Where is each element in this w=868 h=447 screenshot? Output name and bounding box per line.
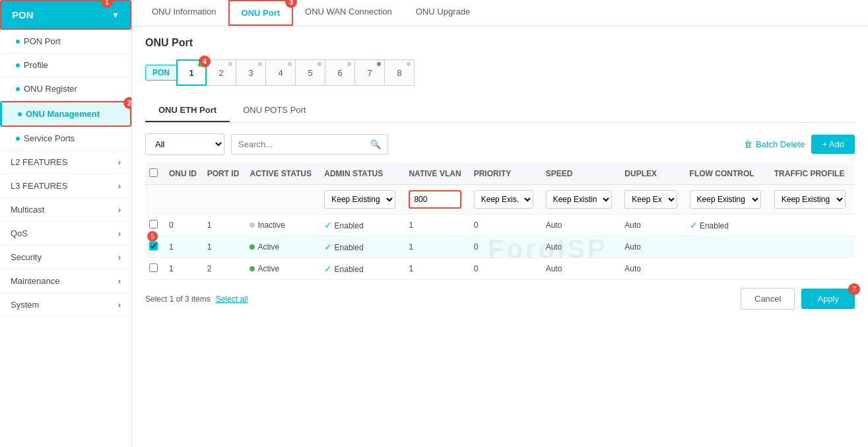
cell-priority: 0	[470, 258, 542, 280]
sidebar-item-profile[interactable]: Profile	[0, 53, 131, 77]
port-box-7[interactable]: 7	[354, 59, 385, 86]
port-box-2[interactable]: 2	[206, 59, 236, 86]
dot-icon	[16, 87, 20, 91]
add-label: + Add	[822, 139, 844, 149]
tab-onu-upgrade[interactable]: ONU Upgrade	[404, 0, 482, 26]
cell-admin-status: ✓ Enabled	[320, 236, 405, 258]
cell-active-status: Active	[246, 258, 320, 280]
sidebar-section-maintenance[interactable]: Maintenance ›	[0, 269, 131, 293]
port-dot-icon	[198, 63, 202, 67]
row-checkbox-1[interactable]	[149, 242, 158, 250]
cell-port-id: 1	[203, 215, 246, 236]
status-dot-icon	[250, 244, 255, 250]
cell-onu-id: 0	[165, 215, 203, 236]
data-table: ONU ID PORT ID ACTIVE STATUS ADMIN STATU…	[145, 163, 855, 280]
cell-priority: 0	[470, 215, 542, 236]
sidebar-item-onu-register[interactable]: ONU Register	[0, 77, 131, 101]
table-toolbar: All 🔍 🗑 Batch Delete + Add	[145, 133, 855, 155]
port-dot-icon	[228, 62, 232, 66]
batch-admin-status-select[interactable]: Keep Existing	[324, 190, 395, 209]
port-box-1[interactable]: 4 1	[176, 59, 207, 86]
page-title: ONU Port	[145, 37, 855, 49]
select-all-checkbox[interactable]	[149, 168, 158, 177]
subtab-eth-port[interactable]: ONU ETH Port	[145, 99, 230, 122]
table-footer: Select 1 of 3 items Select all Cancel 7 …	[145, 280, 855, 310]
select-count: Select 1 of 3 items	[145, 294, 211, 304]
sidebar-section-system[interactable]: System ›	[0, 293, 131, 317]
sidebar-item-label: Service Ports	[24, 133, 75, 143]
batch-traffic-profile-select[interactable]: Keep Existing	[774, 190, 846, 209]
col-speed: SPEED	[542, 163, 621, 185]
tab-label: ONU Information	[152, 7, 217, 17]
cell-active-status: Inactive	[246, 215, 320, 236]
batch-priority-select[interactable]: Keep Exis...	[474, 190, 533, 209]
row-checkbox-0[interactable]	[149, 220, 158, 228]
col-active-status: ACTIVE STATUS	[246, 163, 320, 185]
port-box-3[interactable]: 3	[236, 59, 266, 86]
cell-active-status: Active	[246, 236, 320, 258]
row-checkbox-2[interactable]	[149, 263, 158, 272]
sidebar-item-onu-management[interactable]: 2 ONU Management	[0, 101, 131, 127]
port-number: 7	[367, 68, 372, 78]
sidebar-section-l3[interactable]: L3 FEATURES ›	[0, 174, 131, 198]
security-chevron-icon: ›	[118, 252, 121, 262]
tab-onu-information[interactable]: ONU Information	[140, 0, 228, 26]
search-input[interactable]	[232, 135, 364, 154]
sidebar-pon-header[interactable]: PON 1 ▼	[0, 0, 131, 30]
batch-native-vlan-input[interactable]	[409, 190, 461, 209]
select-all-link[interactable]: Select all	[216, 294, 248, 304]
port-number: 8	[397, 68, 401, 78]
batch-duplex-select[interactable]: Keep Ex...	[624, 190, 677, 209]
check-icon: ✓	[690, 220, 698, 230]
sidebar-section-qos[interactable]: QoS ›	[0, 222, 131, 246]
check-icon: ✓	[324, 263, 332, 274]
filter-select[interactable]: All	[145, 133, 224, 155]
sidebar-item-pon-port[interactable]: PON Port	[0, 30, 131, 53]
apply-label: Apply	[817, 294, 839, 304]
port-box-5[interactable]: 5	[295, 59, 325, 86]
cell-speed: Auto	[542, 236, 621, 258]
cell-flow-control: ✓ Enabled	[686, 215, 770, 236]
trash-icon: 🗑	[744, 139, 752, 149]
batch-speed-select[interactable]: Keep Existin...	[546, 190, 612, 209]
sidebar-section-multicast[interactable]: Multicast ›	[0, 198, 131, 222]
table-row: 5 1 1 Active ✓ Enabled 1 0 Auto Auto	[145, 236, 855, 258]
cancel-button[interactable]: Cancel	[741, 288, 795, 310]
port-box-8[interactable]: 8	[384, 59, 415, 86]
sidebar-section-security[interactable]: Security ›	[0, 246, 131, 269]
batch-delete-button[interactable]: 🗑 Batch Delete	[744, 139, 805, 149]
cell-flow-control	[686, 236, 770, 258]
sidebar-item-label: PON Port	[24, 36, 61, 46]
cell-traffic-profile	[770, 215, 855, 236]
apply-button[interactable]: 7 Apply	[801, 289, 855, 309]
cell-port-id: 1	[203, 236, 246, 258]
port-box-4[interactable]: 4	[265, 59, 296, 86]
subtab-pots-port[interactable]: ONU POTS Port	[230, 99, 319, 122]
pon-label: PON	[145, 65, 177, 81]
port-box-6[interactable]: 6	[325, 59, 355, 86]
tab-onu-port[interactable]: 3 ONU Port	[228, 0, 294, 26]
add-button[interactable]: + Add	[811, 135, 855, 154]
sidebar-section-label: L2 FEATURES	[11, 157, 67, 167]
port-dot-icon	[317, 62, 321, 66]
sub-tabs: ONU ETH Port ONU POTS Port	[145, 99, 855, 123]
sidebar-item-service-ports[interactable]: Service Ports	[0, 127, 131, 151]
badge-1: 1	[101, 0, 113, 8]
l3-chevron-icon: ›	[118, 181, 121, 191]
col-onu-id: ONU ID	[165, 163, 203, 185]
cell-duplex: Auto	[620, 258, 685, 280]
cell-duplex: Auto	[620, 215, 685, 236]
cell-duplex: Auto	[620, 236, 685, 258]
sidebar-section-l2[interactable]: L2 FEATURES ›	[0, 151, 131, 174]
port-number: 3	[248, 68, 253, 78]
sidebar-section-label: Security	[11, 252, 42, 262]
cell-port-id: 2	[203, 258, 246, 280]
badge-7: 7	[848, 283, 860, 295]
port-dot-icon	[377, 62, 381, 66]
batch-flow-control-select[interactable]: Keep Existing	[690, 190, 761, 209]
sidebar-section-label: System	[11, 300, 39, 310]
tab-onu-wan[interactable]: ONU WAN Connection	[293, 0, 404, 26]
cell-admin-status: ✓ Enabled	[320, 258, 405, 280]
dot-icon	[16, 137, 20, 141]
footer-info: Select 1 of 3 items Select all	[145, 294, 248, 304]
